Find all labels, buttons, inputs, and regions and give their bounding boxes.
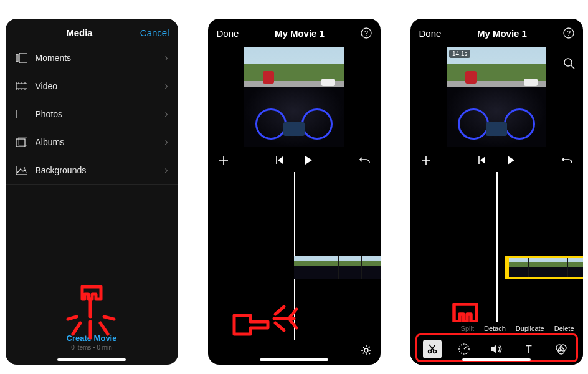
svg-marker-26 bbox=[278, 156, 283, 164]
svg-rect-1 bbox=[19, 53, 27, 63]
undo-button[interactable] bbox=[359, 155, 371, 166]
chevron-right-icon: › bbox=[164, 80, 168, 92]
play-button[interactable] bbox=[505, 155, 516, 166]
video-preview[interactable]: 14.1s bbox=[447, 47, 546, 147]
svg-marker-50 bbox=[508, 156, 514, 165]
titles-tool[interactable]: T bbox=[519, 340, 538, 358]
volume-tool[interactable] bbox=[487, 340, 506, 358]
svg-line-39 bbox=[368, 353, 369, 354]
albums-label: Albums bbox=[36, 137, 158, 147]
photos-label: Photos bbox=[36, 109, 158, 119]
create-movie-button[interactable]: Create Movie bbox=[6, 333, 178, 343]
settings-button[interactable] bbox=[361, 345, 372, 356]
timeline-clip[interactable] bbox=[294, 256, 381, 279]
header: Done My Movie 1 ? bbox=[208, 19, 381, 45]
svg-line-29 bbox=[275, 307, 284, 314]
home-indicator[interactable] bbox=[57, 358, 126, 361]
moments-row[interactable]: Moments › bbox=[6, 44, 178, 72]
page-title: Media bbox=[19, 27, 140, 38]
backgrounds-icon bbox=[16, 164, 28, 176]
help-button[interactable]: ? bbox=[361, 27, 372, 39]
svg-line-56 bbox=[464, 347, 467, 349]
svg-line-17 bbox=[73, 323, 80, 334]
svg-point-44 bbox=[564, 59, 572, 66]
timeline-clip-selected[interactable] bbox=[505, 256, 583, 279]
svg-point-33 bbox=[364, 348, 368, 352]
project-title: My Movie 1 bbox=[441, 28, 562, 39]
zoom-button[interactable] bbox=[563, 57, 576, 70]
svg-line-31 bbox=[290, 309, 296, 317]
svg-rect-12 bbox=[16, 139, 25, 147]
skip-start-button[interactable] bbox=[274, 155, 285, 166]
preview-area bbox=[208, 45, 381, 148]
project-title: My Movie 1 bbox=[239, 28, 360, 39]
albums-row[interactable]: Albums › bbox=[6, 128, 178, 156]
detach-action[interactable]: Detach bbox=[484, 325, 506, 332]
backgrounds-row[interactable]: Backgrounds › bbox=[6, 156, 178, 185]
clip-actions: Split Detach Duplicate Delete bbox=[410, 322, 583, 335]
transport bbox=[410, 148, 583, 172]
home-indicator[interactable] bbox=[260, 358, 328, 361]
chevron-right-icon: › bbox=[164, 108, 168, 120]
duplicate-action[interactable]: Duplicate bbox=[516, 325, 544, 332]
bottom-bar bbox=[208, 340, 381, 365]
moments-icon bbox=[16, 52, 28, 64]
media-picker-screen: x Media Cancel Moments › Video › Photos … bbox=[6, 19, 178, 365]
filters-tool[interactable] bbox=[552, 340, 571, 358]
preview-area: 14.1s bbox=[410, 45, 583, 148]
add-media-button[interactable] bbox=[218, 155, 229, 166]
svg-line-30 bbox=[275, 323, 284, 330]
media-list: Moments › Video › Photos › Albums › bbox=[6, 44, 178, 185]
svg-line-19 bbox=[68, 317, 77, 319]
home-indicator[interactable] bbox=[462, 358, 531, 361]
svg-line-45 bbox=[571, 65, 574, 69]
photos-icon bbox=[16, 108, 28, 120]
help-button[interactable]: ? bbox=[563, 27, 574, 39]
svg-line-20 bbox=[104, 317, 114, 319]
chevron-right-icon: › bbox=[164, 137, 168, 148]
speed-tool[interactable] bbox=[455, 340, 473, 358]
timeline[interactable] bbox=[208, 172, 381, 340]
header: x Media Cancel bbox=[6, 19, 178, 44]
video-icon bbox=[16, 80, 28, 92]
chevron-right-icon: › bbox=[164, 165, 168, 176]
video-preview[interactable] bbox=[244, 47, 344, 147]
editor-screen-empty-selection: Done My Movie 1 ? bbox=[208, 19, 381, 365]
timeline[interactable] bbox=[410, 172, 583, 322]
chevron-right-icon: › bbox=[164, 52, 168, 64]
svg-marker-49 bbox=[480, 156, 485, 164]
svg-point-52 bbox=[433, 350, 436, 353]
svg-text:T: T bbox=[526, 344, 532, 355]
svg-text:?: ? bbox=[566, 29, 570, 37]
header: Done My Movie 1 ? bbox=[410, 19, 583, 45]
svg-rect-13 bbox=[19, 137, 27, 145]
point-annotation bbox=[229, 303, 310, 340]
add-media-button[interactable] bbox=[420, 155, 432, 166]
photos-row[interactable]: Photos › bbox=[6, 100, 178, 128]
svg-marker-27 bbox=[305, 156, 312, 165]
svg-point-51 bbox=[428, 350, 431, 353]
svg-line-18 bbox=[100, 323, 108, 334]
svg-line-41 bbox=[368, 347, 369, 348]
timestamp-badge: 14.1s bbox=[449, 50, 470, 58]
svg-text:?: ? bbox=[364, 29, 368, 37]
undo-button[interactable] bbox=[562, 155, 573, 166]
done-button[interactable]: Done bbox=[419, 28, 442, 39]
svg-rect-11 bbox=[16, 110, 27, 118]
svg-line-38 bbox=[363, 347, 364, 348]
create-movie-subtitle: 0 items • 0 min bbox=[6, 344, 178, 351]
video-row[interactable]: Video › bbox=[6, 72, 178, 100]
video-label: Video bbox=[36, 81, 158, 91]
cancel-button[interactable]: Cancel bbox=[140, 27, 169, 38]
svg-point-15 bbox=[23, 167, 25, 169]
cut-tool[interactable] bbox=[423, 340, 442, 358]
play-button[interactable] bbox=[303, 155, 314, 166]
moments-label: Moments bbox=[36, 53, 158, 63]
delete-action[interactable]: Delete bbox=[554, 325, 574, 332]
split-action[interactable]: Split bbox=[461, 325, 474, 332]
done-button[interactable]: Done bbox=[217, 28, 239, 39]
playhead[interactable] bbox=[496, 172, 498, 322]
tap-annotation bbox=[442, 303, 491, 322]
svg-rect-0 bbox=[16, 54, 18, 62]
skip-start-button[interactable] bbox=[477, 155, 488, 166]
